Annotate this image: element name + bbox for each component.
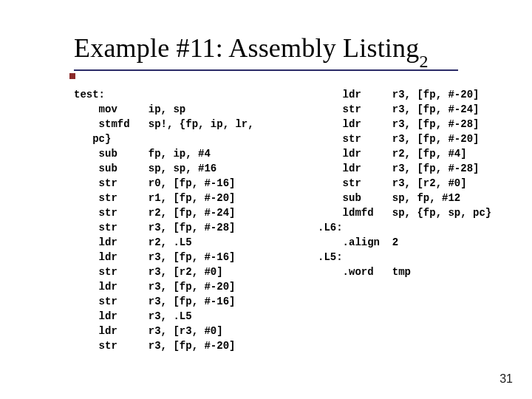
assembly-listing: test: mov ip, sp stmfd sp!, {fp, ip, lr,… xyxy=(74,87,99,146)
code-column-left: test: mov ip, sp stmfd sp!, {fp, ip, lr,… xyxy=(74,87,254,353)
title-underline xyxy=(74,69,458,71)
title-subscript: 2 xyxy=(419,52,428,71)
code-column-right: ldr r3, [fp, #-20] str r3, [fp, #-24] ld… xyxy=(318,87,491,279)
page-number: 31 xyxy=(499,372,513,386)
slide-title: Example #11: Assembly Listing2 xyxy=(74,33,429,67)
slide: Example #11: Assembly Listing2 test: mov… xyxy=(0,0,532,399)
title-bullet xyxy=(69,73,75,79)
title-text: Example #11: Assembly Listing xyxy=(74,33,419,63)
